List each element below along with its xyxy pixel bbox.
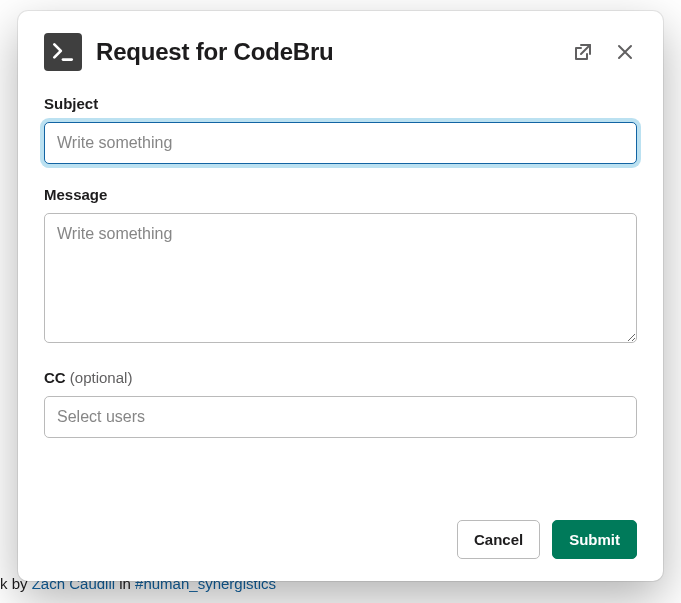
cc-select[interactable]: Select users xyxy=(44,396,637,438)
modal-header: Request for CodeBru xyxy=(44,33,637,71)
subject-input[interactable] xyxy=(44,122,637,164)
submit-button[interactable]: Submit xyxy=(552,520,637,559)
close-icon[interactable] xyxy=(613,40,637,64)
modal-title: Request for CodeBru xyxy=(96,38,557,66)
app-icon xyxy=(44,33,82,71)
message-input[interactable] xyxy=(44,213,637,343)
subject-group: Subject xyxy=(44,95,637,164)
message-label: Message xyxy=(44,186,637,203)
cc-label: CC (optional) xyxy=(44,369,637,386)
cc-label-text: CC xyxy=(44,369,66,386)
cc-optional-text: (optional) xyxy=(70,369,133,386)
modal-body: Subject Message CC (optional) Select use… xyxy=(44,95,637,520)
cc-group: CC (optional) Select users xyxy=(44,369,637,438)
subject-label: Subject xyxy=(44,95,637,112)
message-group: Message xyxy=(44,186,637,347)
open-external-icon[interactable] xyxy=(571,40,595,64)
cancel-button[interactable]: Cancel xyxy=(457,520,540,559)
modal-footer: Cancel Submit xyxy=(44,520,637,559)
header-actions xyxy=(571,40,637,64)
request-modal: Request for CodeBru Subject Message xyxy=(18,11,663,581)
